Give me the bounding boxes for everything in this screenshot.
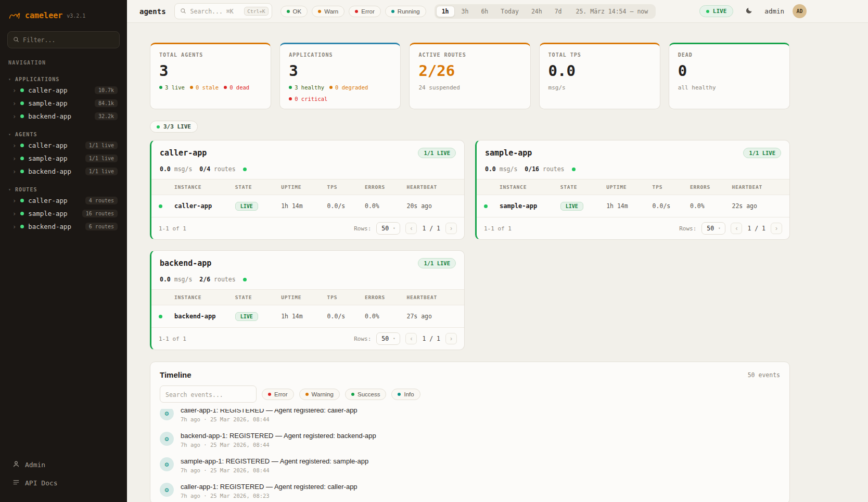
event-title: backend-app-1: REGISTERED — Agent regist… [181, 432, 376, 440]
nav-heading: NAVIGATION [8, 60, 119, 66]
stat-detail-live: 3 live [159, 84, 185, 91]
error-status-dot [355, 10, 358, 13]
rows-per-page-select[interactable]: 50▾ [376, 222, 400, 235]
sidebar-footer: Admin API Docs [7, 454, 120, 494]
tps-cell: 0.0/s [327, 313, 365, 320]
next-page-button[interactable]: › [445, 223, 457, 234]
sidebar-item-routes-backend-app[interactable]: › backend-app 6 routes [7, 220, 120, 233]
timeline-search[interactable] [160, 385, 257, 403]
uptime-cell: 1h 14m [281, 313, 327, 320]
stat-details: 3 healthy 0 degraded 0 critical [289, 84, 391, 102]
sidebar-item-applications-backend-app[interactable]: › backend-app 32.2k [7, 110, 120, 123]
range-button-1h[interactable]: 1h [436, 6, 455, 17]
chevron-right-icon: › [12, 155, 16, 162]
chip-label: Warn [324, 8, 338, 15]
section-header-applications[interactable]: ▾ APPLICATIONS [7, 75, 120, 84]
chip-label: Running [398, 8, 420, 15]
instance-name: sample-app [500, 202, 560, 210]
rows-per-page-select[interactable]: 50▾ [376, 332, 400, 345]
prev-page-button[interactable]: ‹ [405, 333, 417, 344]
event-title: caller-app-1: REGISTERED — Agent registe… [181, 409, 358, 414]
rows-per-page-select[interactable]: 50▾ [701, 222, 725, 235]
range-button-7d[interactable]: 7d [549, 6, 568, 17]
app-card-header: backend-app 1/1 LIVE [151, 251, 464, 274]
dark-mode-toggle[interactable] [742, 4, 756, 19]
table-row[interactable]: backend-app LIVE 1h 14m 0.0/s 0.0% 27s a… [151, 305, 464, 327]
status-dot [20, 212, 24, 215]
global-search[interactable]: Ctrl+K [174, 3, 272, 19]
filter-chip-ok[interactable]: OK [280, 6, 308, 17]
section-title: AGENTS [15, 132, 37, 137]
table-row[interactable]: caller-app LIVE 1h 14m 0.0/s 0.0% 20s ag… [151, 195, 464, 217]
next-page-button[interactable]: › [771, 223, 782, 234]
orange-dot [329, 86, 333, 89]
timeline-chip-warning[interactable]: Warning [299, 389, 340, 400]
sidebar-section-applications: ▾ APPLICATIONS › caller-app 10.7k › samp… [7, 75, 120, 123]
rows-label: Rows: [354, 225, 371, 232]
chevron-right-icon: › [12, 113, 16, 120]
errors-cell: 0.0% [365, 313, 406, 320]
timeline-chip-success[interactable]: Success [345, 389, 386, 400]
event-gear-icon: ⚙ [160, 483, 174, 497]
event-gear-icon: ⚙ [160, 457, 174, 471]
sidebar-item-api-docs[interactable]: API Docs [9, 475, 118, 491]
timeline-event[interactable]: ⚙ backend-app-1: REGISTERED — Agent regi… [160, 427, 780, 453]
prev-page-button[interactable]: ‹ [405, 223, 417, 234]
sidebar-item-applications-caller-app[interactable]: › caller-app 10.7k [7, 84, 120, 97]
sidebar-item-routes-caller-app[interactable]: › caller-app 4 routes [7, 194, 120, 207]
filter-chip-warn[interactable]: Warn [312, 6, 344, 17]
stat-value: 3 [159, 62, 262, 80]
range-button-today[interactable]: Today [495, 6, 525, 17]
stat-label: TOTAL TPS [548, 52, 651, 58]
event-title: sample-app-1: REGISTERED — Agent registe… [181, 457, 368, 465]
stats-row: TOTAL AGENTS 3 3 live 0 stale 0 dead APP… [150, 43, 790, 109]
sidebar-item-label: caller-app [28, 86, 67, 94]
section-header-agents[interactable]: ▾ AGENTS [7, 130, 120, 139]
sidebar-filter-input[interactable] [23, 36, 114, 44]
table-row[interactable]: sample-app LIVE 1h 14m 0.0/s 0.0% 22s ag… [477, 195, 789, 217]
timeline-search-input[interactable] [165, 391, 251, 398]
row-range: 1-1 of 1 [159, 336, 186, 342]
moon-icon [745, 7, 753, 16]
filter-chip-running[interactable]: Running [385, 6, 426, 17]
status-dot [20, 114, 24, 118]
sidebar-item-badge: 1/1 live [85, 155, 118, 162]
status-dot [20, 170, 24, 173]
timeline-chip-info[interactable]: Info [391, 389, 420, 400]
global-search-input[interactable] [190, 8, 240, 15]
next-page-button[interactable]: › [445, 333, 457, 344]
sidebar-item-agents-backend-app[interactable]: › backend-app 1/1 live [7, 165, 120, 178]
sidebar-item-agents-sample-app[interactable]: › sample-app 1/1 live [7, 152, 120, 165]
sidebar-item-agents-caller-app[interactable]: › caller-app 1/1 live [7, 139, 120, 152]
running-status-dot [391, 10, 394, 13]
sidebar-item-label: sample-app [28, 155, 67, 162]
range-button-3h[interactable]: 3h [456, 6, 475, 17]
chip-label: Success [358, 391, 380, 397]
sidebar-filter[interactable] [7, 31, 120, 48]
avatar[interactable]: AD [793, 4, 807, 18]
sidebar-footer-label: API Docs [25, 479, 58, 487]
api-docs-icon [12, 479, 20, 487]
timeline-event[interactable]: ⚙ caller-app-1: REGISTERED — Agent regis… [160, 478, 780, 502]
prev-page-button[interactable]: ‹ [731, 223, 742, 234]
stat-value: 3 [289, 62, 391, 80]
sidebar-item-applications-sample-app[interactable]: › sample-app 84.1k [7, 97, 120, 110]
row-range: 1-1 of 1 [484, 225, 512, 232]
filter-chip-error[interactable]: Error [349, 6, 381, 17]
timeline-events-list[interactable]: ⚙ caller-app-1: REGISTERED — Agent regis… [150, 409, 789, 502]
timeline-chip-error[interactable]: Error [262, 389, 294, 400]
range-button-24h[interactable]: 24h [526, 6, 548, 17]
sidebar-item-routes-sample-app[interactable]: › sample-app 16 routes [7, 207, 120, 220]
section-header-routes[interactable]: ▾ ROUTES [7, 185, 120, 194]
rows-label: Rows: [354, 336, 371, 342]
timeline-event[interactable]: ⚙ caller-app-1: REGISTERED — Agent regis… [160, 409, 780, 427]
timeline-event[interactable]: ⚙ sample-app-1: REGISTERED — Agent regis… [160, 453, 780, 478]
sidebar-item-admin[interactable]: Admin [9, 457, 118, 472]
app-stats-line: 0.0 msg/s 0/16 routes [477, 163, 789, 179]
heartbeat-cell: 20s ago [406, 202, 457, 210]
page-indicator: 1 / 1 [747, 225, 765, 232]
timeline-title: Timeline [160, 370, 192, 379]
live-dot [157, 125, 160, 128]
range-button-6h[interactable]: 6h [475, 6, 494, 17]
main-content: TOTAL AGENTS 3 3 live 0 stale 0 dead APP… [127, 23, 868, 502]
